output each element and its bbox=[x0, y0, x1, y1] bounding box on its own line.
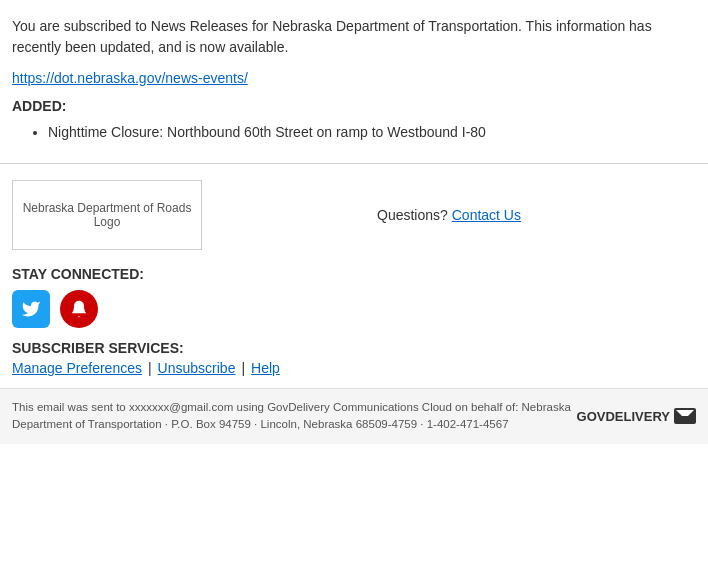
help-link[interactable]: Help bbox=[251, 360, 280, 376]
list-item: Nighttime Closure: Northbound 60th Stree… bbox=[48, 122, 696, 143]
social-icons bbox=[12, 290, 696, 328]
subscriber-links: Manage Preferences | Unsubscribe | Help bbox=[12, 360, 696, 376]
footer-top: Nebraska Department of Roads Logo Questi… bbox=[12, 180, 696, 250]
manage-preferences-link[interactable]: Manage Preferences bbox=[12, 360, 142, 376]
news-link[interactable]: https://dot.nebraska.gov/news-events/ bbox=[12, 70, 248, 86]
questions-text: Questions? bbox=[377, 207, 448, 223]
added-label: ADDED: bbox=[12, 98, 696, 114]
separator-2: | bbox=[241, 360, 245, 376]
govdelivery-logo: GOVDELIVERY bbox=[577, 408, 696, 424]
subscriber-services-section: SUBSCRIBER SERVICES: Manage Preferences … bbox=[12, 340, 696, 376]
govdelivery-text: GOVDELIVERY bbox=[577, 409, 670, 424]
footer-section: Nebraska Department of Roads Logo Questi… bbox=[0, 164, 708, 376]
footer-bottom-text: This email was sent to xxxxxxx@gmail.com… bbox=[12, 399, 572, 434]
contact-us-link[interactable]: Contact Us bbox=[452, 207, 521, 223]
stay-connected-section: STAY CONNECTED: bbox=[12, 266, 696, 328]
twitter-icon[interactable] bbox=[12, 290, 50, 328]
added-list: Nighttime Closure: Northbound 60th Stree… bbox=[12, 122, 696, 143]
separator-1: | bbox=[148, 360, 152, 376]
footer-bottom: This email was sent to xxxxxxx@gmail.com… bbox=[0, 388, 708, 444]
govdelivery-envelope-icon bbox=[674, 408, 696, 424]
logo-alt-text: Nebraska Department of Roads Logo bbox=[17, 201, 197, 229]
org-logo: Nebraska Department of Roads Logo bbox=[12, 180, 202, 250]
subscriber-services-label: SUBSCRIBER SERVICES: bbox=[12, 340, 696, 356]
questions-area: Questions? Contact Us bbox=[202, 207, 696, 223]
alert-bell-icon[interactable] bbox=[60, 290, 98, 328]
unsubscribe-link[interactable]: Unsubscribe bbox=[158, 360, 236, 376]
main-content: You are subscribed to News Releases for … bbox=[0, 0, 708, 163]
intro-text: You are subscribed to News Releases for … bbox=[12, 16, 696, 58]
stay-connected-label: STAY CONNECTED: bbox=[12, 266, 696, 282]
